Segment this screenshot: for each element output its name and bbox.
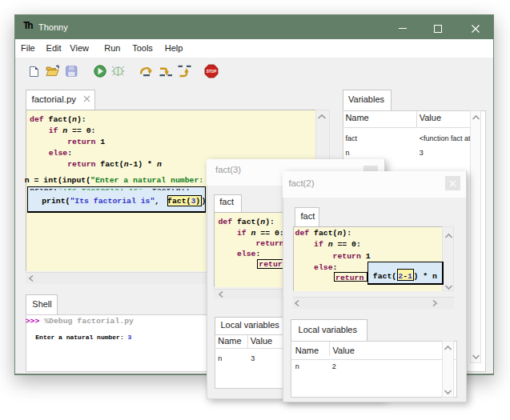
svg-text:STOP: STOP	[207, 70, 216, 74]
